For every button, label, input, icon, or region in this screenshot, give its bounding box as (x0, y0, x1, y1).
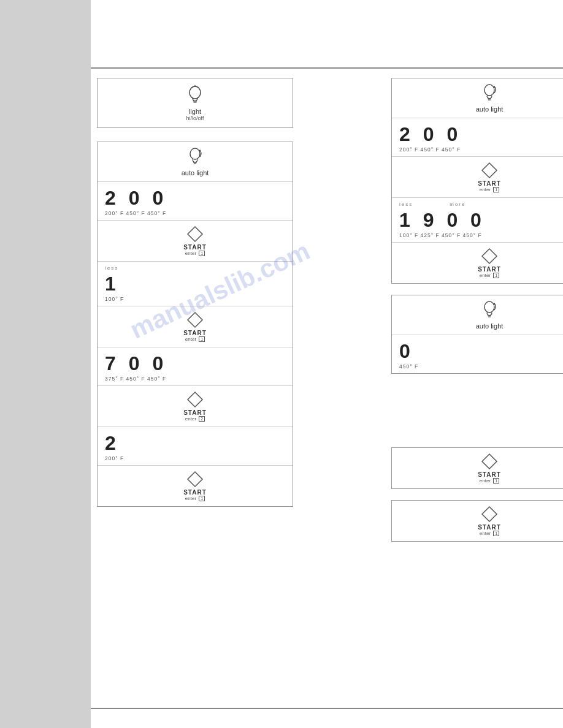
temps-2: 200° F (105, 455, 285, 461)
diamond-icon-r2 (481, 248, 498, 265)
svg-marker-22 (482, 454, 497, 469)
diamond-icon-4 (186, 471, 204, 488)
right-group4: START enter 1 (391, 500, 563, 542)
start-label-r1: START (399, 180, 563, 187)
diamond-icon-3 (186, 391, 204, 408)
start-label-r2: START (399, 266, 563, 273)
start-label-3: START (105, 409, 285, 416)
less-label: less (105, 265, 285, 271)
start-row-2-right: START enter 1 (392, 243, 563, 283)
lessmore-1900-row: less more 1 9 0 0 100° F 425° F 450° F 4… (392, 198, 563, 243)
temps-700: 375° F 450° F 450° F (105, 376, 285, 382)
auto-light-row-right: auto light (392, 78, 563, 118)
more-label-r: more (450, 202, 465, 207)
diamond-icon-1 (186, 226, 204, 243)
auto-bulb-icon-r2 (481, 300, 498, 321)
svg-marker-9 (188, 313, 202, 327)
start-label-2: START (105, 330, 285, 336)
svg-point-0 (190, 86, 201, 99)
light-label: light (105, 108, 285, 115)
digits-200-left: 2 0 0 (105, 186, 285, 210)
right-group2: auto light 0 450° F (391, 295, 563, 374)
auto-bulb-icon-right (481, 83, 498, 104)
number-200-row-left: 2 0 0 200° F 450° F 450° F (98, 182, 293, 221)
svg-point-4 (190, 148, 200, 159)
svg-marker-11 (188, 472, 202, 487)
left-column: light hi/lo/off auto light 2 (97, 78, 293, 507)
enter-num-r1: 1 (493, 187, 499, 192)
temps-0: 450° F (399, 363, 563, 370)
start-label-r4: START (399, 524, 563, 531)
start-row-1-right: START enter 1 (392, 157, 563, 198)
right-column: auto light 2 0 0 200° F 450° F 450° F ST… (391, 78, 563, 542)
svg-point-18 (484, 301, 494, 313)
auto-light-label-right: auto light (399, 105, 563, 113)
enter-label-3: enter 2 (105, 416, 285, 422)
right-group3: START enter 1 (391, 447, 563, 489)
temps-200-right: 200° F 450° F 450° F (399, 146, 563, 153)
bottom-rule (91, 708, 563, 709)
enter-label-1: enter 1 (105, 251, 285, 256)
enter-label-r4: enter 1 (399, 531, 563, 536)
enter-num-4: 1 (199, 496, 205, 501)
start-label-4: START (105, 489, 285, 496)
light-card: light hi/lo/off (97, 78, 293, 128)
top-rule (91, 67, 563, 69)
digits-2: 2 (105, 431, 285, 455)
light-sublabel: hi/lo/off (105, 115, 285, 121)
enter-num-r3: 1 (493, 478, 499, 483)
svg-marker-23 (482, 507, 497, 521)
start-label-r3: START (399, 471, 563, 478)
less-1-row: less 1 100° F (98, 262, 293, 306)
svg-marker-8 (188, 227, 202, 241)
number-200-row-right: 2 0 0 200° F 450° F 450° F (392, 118, 563, 157)
svg-marker-16 (482, 163, 497, 178)
left-group2: auto light 2 0 0 200° F 450° F 450° F ST… (97, 142, 293, 507)
number-0-row: 0 450° F (392, 335, 563, 373)
auto-light-label-left: auto light (105, 169, 285, 176)
sidebar (0, 0, 91, 728)
start-label-1: START (105, 244, 285, 251)
digits-0: 0 (399, 339, 563, 363)
digits-1900: 1 9 0 0 (399, 208, 563, 232)
diamond-icon-2 (186, 311, 204, 328)
svg-marker-17 (482, 249, 497, 264)
enter-num-r4: 1 (493, 531, 499, 536)
diamond-icon-r3 (481, 453, 498, 470)
start-row-3-left: START enter 2 (98, 386, 293, 427)
enter-num-2: 1 (199, 336, 205, 342)
enter-label-2: enter 1 (105, 336, 285, 342)
auto-light-row-right2: auto light (392, 295, 563, 335)
digits-200-right: 2 0 0 (399, 122, 563, 146)
start-row-4-left: START enter 1 (98, 466, 293, 506)
enter-label-4: enter 1 (105, 496, 285, 501)
temps-1: 100° F (105, 296, 285, 302)
diamond-icon-r4 (481, 506, 498, 523)
enter-num-r2: 1 (493, 273, 499, 278)
less-label-r: less (399, 202, 413, 207)
enter-label-r2: enter 1 (399, 273, 563, 278)
digits-700: 7 0 0 (105, 351, 285, 375)
enter-num-1: 1 (199, 251, 205, 256)
svg-marker-10 (188, 392, 202, 407)
diamond-icon-r1 (481, 162, 498, 179)
start-row-1-left: START enter 1 (98, 221, 293, 262)
auto-bulb-icon (186, 147, 204, 168)
enter-num-3: 2 (199, 416, 205, 422)
svg-point-12 (484, 85, 494, 96)
enter-label-r1: enter 1 (399, 187, 563, 192)
bulb-icon (186, 85, 204, 107)
auto-light-label-right2: auto light (399, 322, 563, 330)
right-group1: auto light 2 0 0 200° F 450° F 450° F ST… (391, 78, 563, 284)
enter-label-r3: enter 1 (399, 478, 563, 483)
temps-1900: 100° F 425° F 450° F 450° F (399, 232, 563, 238)
temps-200-left: 200° F 450° F 450° F (105, 210, 285, 216)
auto-light-row-left: auto light (98, 142, 293, 182)
digits-1: 1 (105, 271, 285, 295)
number-700-row: 7 0 0 375° F 450° F 450° F (98, 347, 293, 386)
number-2-row: 2 200° F (98, 427, 293, 466)
start-row-2-left: START enter 1 (98, 306, 293, 347)
